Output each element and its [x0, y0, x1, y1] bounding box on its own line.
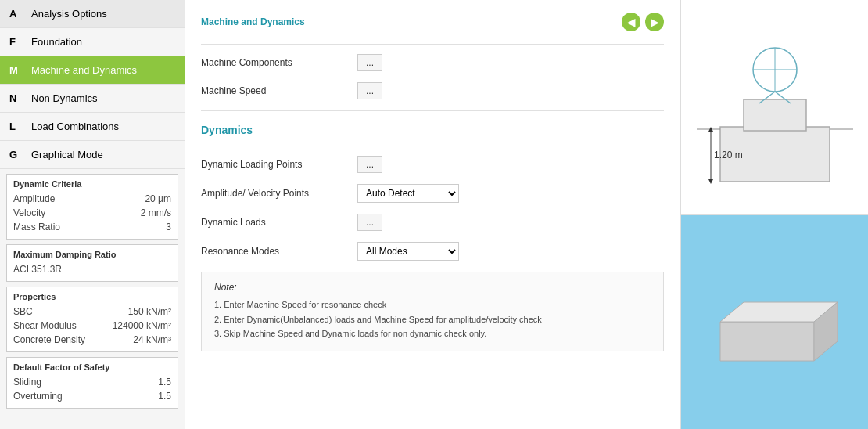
machine-components-row: Machine Components ... [201, 54, 664, 71]
aci-row: ACI 351.3R [13, 262, 171, 276]
amplitude-val: 20 µm [145, 192, 171, 206]
velocity-row: Velocity 2 mm/s [13, 206, 171, 220]
safety-title: Default Factor of Safety [13, 362, 171, 372]
dynamic-criteria-panel: Dynamic Criteria Amplitude 20 µm Velocit… [6, 174, 178, 240]
sidebar-item-nondynamics[interactable]: N Non Dynamics [0, 85, 185, 113]
sidebar-label-nondynamics: Non Dynamics [31, 92, 98, 104]
dynamic-loads-row: Dynamic Loads ... [201, 214, 664, 231]
page-title-row: Machine and Dynamics ◀ ▶ [201, 13, 664, 31]
nav-next-button[interactable]: ▶ [645, 13, 664, 31]
sliding-key: Sliding [13, 375, 41, 389]
sidebar-item-machine[interactable]: M Machine and Dynamics [0, 56, 185, 85]
sidebar-item-foundation[interactable]: F Foundation [0, 28, 185, 56]
right-panels: 1.20 m [680, 0, 868, 429]
concrete-key: Concrete Density [13, 333, 85, 347]
shear-row: Shear Modulus 124000 kN/m² [13, 319, 171, 333]
info-panels: Dynamic Criteria Amplitude 20 µm Velocit… [0, 169, 185, 429]
sidebar-letter-f: F [9, 36, 25, 48]
sliding-val: 1.5 [158, 375, 171, 389]
properties-title: Properties [13, 292, 171, 301]
note-item-2: 2. Enter Dynamic(Unbalanced) loads and M… [214, 312, 651, 327]
sidebar-label-loadcombinations: Load Combinations [31, 121, 119, 132]
page-title-text: Machine and Dynamics [201, 16, 305, 27]
overturning-key: Overturning [13, 389, 63, 403]
note-item-3: 3. Skip Machine Speed and Dynamic loads … [214, 326, 651, 341]
sidebar-label-analysis: Analysis Options [31, 8, 107, 20]
dynamic-loading-label: Dynamic Loading Points [201, 159, 357, 170]
safety-panel: Default Factor of Safety Sliding 1.5 Ove… [6, 357, 178, 409]
amplitude-velocity-row: Amplitude/ Velocity Points Auto Detect M… [201, 184, 664, 203]
sbc-key: SBC [13, 305, 33, 319]
massratio-row: Mass Ratio 3 [13, 220, 171, 234]
overturning-row: Overturning 1.5 [13, 389, 171, 403]
divider-1 [201, 44, 664, 45]
sidebar-label-graphical: Graphical Mode [31, 149, 103, 160]
machine-diagram: 1.20 m [697, 13, 853, 201]
sidebar-letter-n: N [9, 92, 25, 104]
sbc-row: SBC 150 kN/m² [13, 305, 171, 319]
nav-prev-button[interactable]: ◀ [622, 13, 640, 31]
amplitude-key: Amplitude [13, 192, 55, 206]
svg-marker-10 [720, 322, 814, 361]
depth-label: 1.20 m [714, 150, 743, 160]
machine-components-button[interactable]: ... [357, 54, 382, 71]
render-panel [681, 215, 868, 430]
sidebar-label-machine: Machine and Dynamics [31, 64, 137, 76]
overturning-val: 1.5 [158, 389, 171, 403]
velocity-val: 2 mm/s [141, 206, 171, 220]
dynamic-criteria-title: Dynamic Criteria [13, 179, 171, 189]
divider-3 [201, 146, 664, 146]
nav-arrows: ◀ ▶ [622, 13, 664, 31]
diagram-panel: 1.20 m [681, 0, 868, 215]
sliding-row: Sliding 1.5 [13, 375, 171, 389]
sidebar-label-foundation: Foundation [31, 36, 82, 48]
properties-panel: Properties SBC 150 kN/m² Shear Modulus 1… [6, 287, 178, 352]
divider-2 [201, 110, 664, 111]
dynamic-loads-button[interactable]: ... [357, 214, 382, 231]
damping-panel: Maximum Damping Ratio ACI 351.3R [6, 244, 178, 282]
machine-speed-row: Machine Speed ... [201, 82, 664, 99]
velocity-key: Velocity [13, 206, 45, 220]
sidebar-item-graphical[interactable]: G Graphical Mode [0, 141, 185, 169]
shear-val: 124000 kN/m² [113, 319, 171, 333]
resonance-modes-label: Resonance Modes [201, 246, 357, 257]
sidebar: A Analysis Options F Foundation M Machin… [0, 0, 185, 429]
machine-speed-button[interactable]: ... [357, 82, 382, 99]
sbc-val: 150 kN/m² [128, 305, 171, 319]
sidebar-letter-l: L [9, 121, 25, 132]
concrete-val: 24 kN/m³ [133, 333, 171, 347]
sidebar-letter-g: G [9, 149, 25, 160]
dynamic-loading-button[interactable]: ... [357, 156, 382, 173]
sidebar-letter-m: M [9, 64, 25, 76]
amplitude-velocity-select[interactable]: Auto Detect Manual [357, 184, 459, 203]
machine-speed-label: Machine Speed [201, 85, 357, 96]
note-box: Note: 1. Enter Machine Speed for resonan… [201, 272, 664, 351]
resonance-modes-row: Resonance Modes All Modes First Mode Sec… [201, 242, 664, 261]
sidebar-letter-a: A [9, 8, 25, 20]
dynamics-section-title: Dynamics [201, 124, 664, 136]
sidebar-item-analysis[interactable]: A Analysis Options [0, 0, 185, 28]
svg-rect-1 [744, 99, 806, 131]
amplitude-row: Amplitude 20 µm [13, 192, 171, 206]
dynamic-loads-label: Dynamic Loads [201, 217, 357, 228]
machine-components-label: Machine Components [201, 57, 357, 68]
amplitude-velocity-label: Amplitude/ Velocity Points [201, 188, 357, 199]
resonance-modes-select[interactable]: All Modes First Mode Second Mode [357, 242, 459, 261]
note-item-1: 1. Enter Machine Speed for resonance che… [214, 297, 651, 312]
concrete-row: Concrete Density 24 kN/m³ [13, 333, 171, 347]
shear-key: Shear Modulus [13, 319, 77, 333]
main-content: Machine and Dynamics ◀ ▶ Machine Compone… [185, 0, 680, 429]
dynamic-loading-row: Dynamic Loading Points ... [201, 156, 664, 173]
damping-title: Maximum Damping Ratio [13, 250, 171, 259]
aci-key: ACI 351.3R [13, 262, 62, 276]
massratio-val: 3 [166, 220, 171, 234]
3d-render [697, 259, 853, 384]
note-title: Note: [214, 282, 651, 293]
massratio-key: Mass Ratio [13, 220, 60, 234]
sidebar-item-loadcombinations[interactable]: L Load Combinations [0, 113, 185, 141]
